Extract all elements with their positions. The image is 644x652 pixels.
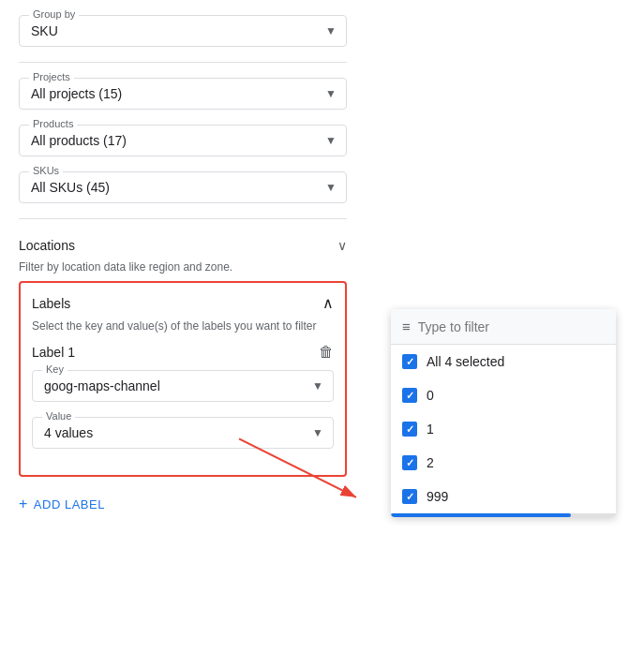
labels-collapse-icon[interactable]: ∧	[322, 294, 334, 312]
label-1-value-label: Value	[42, 410, 75, 422]
delete-label-1-icon[interactable]: 🗑	[319, 344, 334, 361]
checkmark-icon-1: ✓	[406, 423, 414, 436]
label-1-title: Label 1	[32, 345, 75, 360]
checkbox-all[interactable]: ✓	[402, 354, 417, 369]
skus-label: SKUs	[29, 165, 63, 176]
checkbox-1[interactable]: ✓	[402, 422, 417, 437]
locations-header[interactable]: Locations ∨	[19, 234, 347, 257]
group-by-filter: Group by SKU ▼	[19, 15, 347, 47]
projects-value: All projects (15)	[31, 86, 122, 101]
checkbox-2[interactable]: ✓	[402, 455, 417, 470]
labels-subtitle: Select the key and value(s) of the label…	[32, 319, 334, 333]
skus-chevron-icon: ▼	[325, 181, 337, 194]
dropdown-item-1[interactable]: ✓ 1	[391, 412, 616, 446]
locations-subtitle: Filter by location data like region and …	[19, 260, 347, 274]
group-by-value: SKU	[31, 23, 58, 38]
checkmark-icon-2: ✓	[406, 457, 414, 469]
group-by-chevron-icon: ▼	[325, 24, 337, 37]
labels-title: Labels	[32, 296, 70, 311]
skus-value: All SKUs (45)	[31, 180, 110, 195]
dropdown-item-all[interactable]: ✓ All 4 selected	[391, 345, 616, 378]
dropdown-item-0[interactable]: ✓ 0	[391, 378, 616, 412]
projects-chevron-icon: ▼	[325, 87, 337, 100]
filter-lines-icon: ≡	[402, 319, 411, 334]
filter-input-wrapper: ≡	[391, 309, 616, 345]
add-label-button[interactable]: + ADD LABEL	[19, 492, 105, 516]
divider-2	[19, 218, 347, 219]
locations-chevron-icon: ∨	[337, 238, 347, 253]
skus-select[interactable]: SKUs All SKUs (45) ▼	[19, 171, 347, 203]
divider-1	[19, 62, 347, 63]
projects-filter: Projects All projects (15) ▼	[19, 78, 347, 110]
products-chevron-icon: ▼	[325, 134, 337, 147]
products-value: All products (17)	[31, 133, 127, 148]
label-1-key-filter: Key goog-maps-channel ▼	[32, 370, 334, 402]
checkbox-999[interactable]: ✓	[402, 489, 417, 504]
products-filter: Products All products (17) ▼	[19, 125, 347, 156]
dropdown-label-2: 2	[427, 455, 434, 470]
dropdown-label-1: 1	[427, 422, 434, 437]
dropdown-label-all: All 4 selected	[427, 354, 504, 369]
dropdown-label-0: 0	[427, 388, 434, 403]
dropdown-item-999[interactable]: ✓ 999	[391, 480, 616, 513]
svg-line-1	[239, 438, 356, 496]
label-1-key-select[interactable]: Key goog-maps-channel ▼	[32, 370, 334, 402]
label-1-key-label: Key	[42, 363, 67, 375]
checkbox-0[interactable]: ✓	[402, 388, 417, 403]
checkmark-icon-999: ✓	[406, 491, 414, 503]
projects-label: Projects	[29, 71, 74, 82]
dropdown-label-999: 999	[427, 489, 448, 504]
group-by-label: Group by	[29, 8, 79, 20]
scrollbar-thumb	[391, 513, 571, 517]
projects-select[interactable]: Projects All projects (15) ▼	[19, 78, 347, 110]
locations-section: Locations ∨ Filter by location data like…	[19, 234, 347, 274]
checkmark-icon: ✓	[406, 356, 414, 368]
label-1-key-value: goog-maps-channel	[44, 378, 160, 393]
locations-title: Locations	[19, 238, 75, 253]
group-by-select[interactable]: Group by SKU ▼	[19, 15, 347, 47]
label-1-value-value: 4 values	[44, 425, 93, 440]
skus-filter: SKUs All SKUs (45) ▼	[19, 171, 347, 203]
products-label: Products	[29, 118, 77, 129]
products-select[interactable]: Products All products (17) ▼	[19, 125, 347, 156]
labels-header: Labels ∧	[32, 294, 334, 312]
add-label-label: ADD LABEL	[34, 497, 105, 511]
value-dropdown-panel: ≡ ✓ All 4 selected ✓ 0 ✓ 1 ✓ 2 ✓ 999	[391, 309, 616, 517]
checkmark-icon-0: ✓	[406, 390, 414, 402]
label-1-header: Label 1 🗑	[32, 344, 334, 361]
dropdown-item-2[interactable]: ✓ 2	[391, 446, 616, 480]
red-arrow-annotation	[216, 431, 403, 525]
label-1-key-chevron-icon: ▼	[312, 379, 323, 393]
scrollbar-track	[391, 513, 616, 517]
filter-input[interactable]	[418, 319, 605, 334]
plus-icon: +	[19, 496, 28, 512]
